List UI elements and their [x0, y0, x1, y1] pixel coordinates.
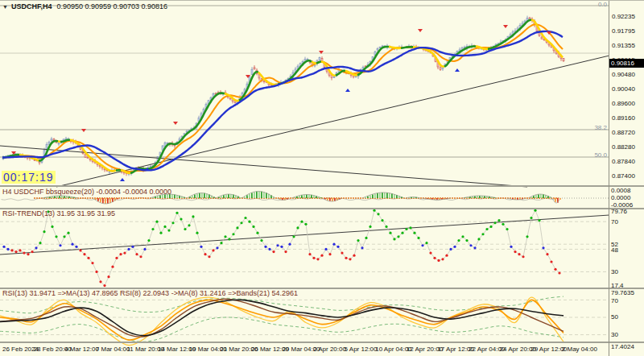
symbol-period-label: USDCHF,H4 — [11, 2, 52, 10]
fib-level-label: 38.2 — [576, 124, 607, 131]
price-axis-label: 0.87840 — [612, 158, 635, 165]
price-axis-label: 0.91795 — [612, 27, 635, 35]
rsi-scale-label: 17.4024 — [611, 343, 634, 350]
time-axis-label: 2 Apr 20:00 — [313, 346, 346, 353]
chart-canvas[interactable] — [0, 1, 644, 356]
rsi-scale-label: 30 — [611, 331, 618, 338]
squeeze-scale-label: 0.0000 — [611, 194, 630, 201]
time-axis-label: 2 May 04:00 — [562, 346, 597, 353]
price-axis-label: 0.87400 — [612, 172, 635, 180]
current-price-box: 0.90816 — [609, 59, 644, 68]
pane-separator[interactable] — [0, 342, 644, 343]
ohlc-values: 0.90950 0.90959 0.90703 0.90816 — [56, 2, 167, 10]
fib-level-label: 0.0 — [576, 1, 607, 8]
rsi-indicator-label: RSI(13) 31.9471 =>MA(13) 47.8965 RSI(8) … — [2, 289, 298, 297]
pane-separator[interactable] — [0, 185, 644, 187]
rsi-trend-scale-label: 48 — [611, 246, 618, 254]
time-axis-label: 5 Apr 12:00 — [345, 346, 378, 353]
time-axis-label: 4 Mar 12:00 — [64, 346, 99, 353]
chevron-down-icon[interactable]: ▼ — [2, 4, 8, 10]
rsi-scale-label: 70 — [611, 297, 618, 304]
rsi-trend-scale-label: 30 — [611, 268, 618, 275]
price-axis-label: 0.90040 — [612, 85, 635, 93]
price-axis-label: 0.89600 — [612, 100, 635, 107]
price-axis-label: 0.92235 — [612, 13, 635, 20]
fib-level-label: 50.0 — [576, 151, 607, 159]
rsi-trend-indicator-label: RSI-TREND(13) 31.95 31.95 31.95 — [2, 209, 115, 217]
rsi-scale-label: 50 — [611, 313, 618, 321]
rsi-scale-label: 79.7635 — [611, 289, 634, 296]
candle-countdown-timer: 00:17:19 — [2, 171, 56, 184]
time-axis-label: 7 Mar 04:00 — [96, 346, 130, 353]
price-axis-label: 0.88720 — [612, 129, 635, 136]
mt4-chart-window: ▼USDCHF,H40.90950 0.90959 0.90703 0.9081… — [0, 0, 644, 356]
price-axis-label: 0.89160 — [612, 114, 635, 122]
squeeze-scale-label: 0.0008 — [611, 187, 630, 194]
rsi-trend-scale-label: 17.4 — [611, 282, 624, 289]
chart-title: ▼USDCHF,H40.90950 0.90959 0.90703 0.9081… — [2, 2, 167, 10]
price-axis-label: 0.88280 — [612, 143, 635, 151]
squeeze-indicator-label: H4 USDCHF bbsqueeze(20) -0.0004 -0.0004 … — [2, 188, 171, 196]
axis-separator[interactable] — [609, 1, 609, 356]
rsi-trend-scale-label: 79.76 — [611, 208, 627, 215]
price-axis-label: 0.90480 — [612, 71, 635, 78]
price-axis-label: 0.91355 — [612, 42, 635, 49]
rsi-trend-scale-label: 70 — [611, 218, 618, 226]
